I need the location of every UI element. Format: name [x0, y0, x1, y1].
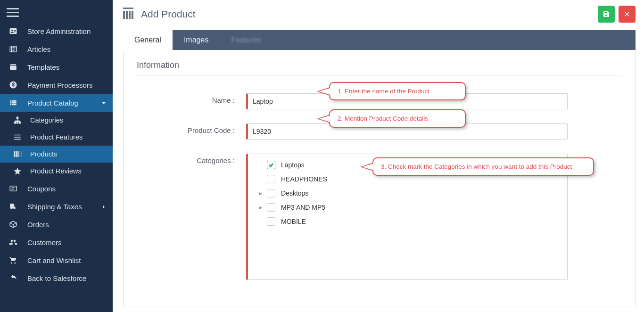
sidebar-item-label: Product Features — [30, 133, 83, 141]
sidebar: Store AdministrationArticlesTemplatesPay… — [0, 0, 113, 312]
category-checkbox[interactable] — [267, 189, 275, 197]
sidebar-item-label: Categories — [30, 116, 63, 124]
category-checkbox[interactable] — [267, 203, 275, 212]
sidebar-item-orders[interactable]: Orders — [0, 215, 113, 233]
category-label: MOBILE — [281, 218, 306, 225]
sidebar-item-label: Store Administration — [27, 27, 91, 35]
sidebar-item-label: Product Catalog — [27, 99, 78, 107]
page-header: Add Product — [123, 6, 636, 23]
categories-label: Categories : — [137, 154, 246, 164]
category-item: HEADPHONES — [257, 175, 561, 183]
category-item: ▸MP3 AND MP5 — [257, 203, 561, 212]
sidebar-item-back-to-salesforce[interactable]: Back to Salesforce — [0, 269, 113, 287]
name-label: Name : — [137, 93, 246, 104]
expand-toggle[interactable]: ▸ — [257, 190, 264, 197]
main-content: Add Product GeneralImagesFeatures Inform… — [113, 0, 644, 312]
back-arrow-icon — [8, 273, 18, 283]
cart-icon — [8, 255, 18, 265]
sidebar-item-label: Product Reviews — [30, 167, 82, 175]
users-icon — [8, 238, 18, 247]
hamburger-menu[interactable] — [0, 0, 113, 22]
archive-icon — [8, 62, 18, 72]
tab-images[interactable]: Images — [173, 30, 220, 50]
sidebar-item-customers[interactable]: Customers — [0, 233, 113, 251]
sidebar-item-product-reviews[interactable]: Product Reviews — [0, 163, 113, 180]
category-checkbox[interactable] — [267, 175, 275, 183]
star-icon — [13, 167, 22, 175]
sidebar-item-categories[interactable]: Categories — [0, 112, 113, 129]
sidebar-item-shipping-taxes[interactable]: Shipping & Taxes — [0, 197, 113, 215]
list-lines-icon — [13, 133, 22, 141]
sidebar-item-label: Customers — [27, 238, 62, 246]
category-label: MP3 AND MP5 — [281, 204, 325, 211]
category-checkbox[interactable] — [267, 217, 275, 226]
sidebar-item-label: Shipping & Taxes — [27, 203, 82, 211]
money-icon — [8, 80, 18, 90]
callout-2: 2. Mention Product Code details — [329, 109, 466, 128]
code-label: Product Code : — [137, 123, 246, 134]
sidebar-item-coupons[interactable]: Coupons — [0, 180, 113, 197]
sidebar-item-product-features[interactable]: Product Features — [0, 129, 113, 146]
category-item: MOBILE — [257, 217, 561, 226]
catalog-icon — [8, 98, 18, 107]
callout-3-text: 3. Check mark the Categories in which yo… — [381, 163, 572, 170]
newspaper-icon — [8, 44, 18, 54]
sidebar-item-products[interactable]: Products — [0, 146, 113, 163]
close-button[interactable] — [619, 6, 636, 23]
section-title: Information — [137, 60, 622, 75]
ticket-icon — [8, 184, 18, 193]
category-label: Laptops — [281, 161, 305, 169]
chevron-right-icon — [101, 203, 106, 211]
sidebar-item-templates[interactable]: Templates — [0, 58, 113, 76]
barcode-icon — [123, 9, 136, 19]
tab-strip: GeneralImagesFeatures — [123, 30, 636, 50]
sitemap-icon — [13, 116, 22, 124]
sidebar-item-label: Products — [30, 150, 57, 158]
category-label: Desktops — [281, 189, 308, 197]
barcode-icon — [13, 150, 22, 158]
sidebar-item-label: Templates — [27, 63, 59, 71]
chevron-down-icon — [101, 99, 106, 107]
page-title: Add Product — [141, 8, 196, 20]
tab-features[interactable]: Features — [220, 30, 272, 50]
form-content: Information Name : Product Code : Catego… — [123, 50, 636, 306]
sidebar-item-label: Cart and Wishlist — [27, 256, 81, 264]
sidebar-item-label: Articles — [27, 45, 50, 53]
callout-1-text: 1. Enter the name of the Product — [338, 88, 429, 95]
category-checkbox[interactable] — [267, 161, 275, 169]
tab-general[interactable]: General — [123, 30, 173, 50]
save-button[interactable] — [598, 6, 615, 23]
sidebar-item-label: Back to Salesforce — [27, 274, 86, 282]
callout-2-text: 2. Mention Product Code details — [338, 115, 428, 122]
sidebar-item-product-catalog[interactable]: Product Catalog — [0, 94, 113, 112]
header-actions — [598, 6, 636, 23]
sidebar-item-label: Payment Processors — [27, 81, 92, 89]
sidebar-item-payment-processors[interactable]: Payment Processors — [0, 76, 113, 94]
sidebar-item-articles[interactable]: Articles — [0, 40, 113, 58]
nav-list: Store AdministrationArticlesTemplatesPay… — [0, 22, 113, 287]
category-item: ▸Desktops — [257, 189, 561, 197]
sidebar-item-store-administration[interactable]: Store Administration — [0, 22, 113, 40]
category-label: HEADPHONES — [281, 175, 327, 183]
truck-icon — [8, 202, 18, 211]
callout-1: 1. Enter the name of the Product — [329, 82, 466, 100]
sidebar-item-label: Orders — [27, 221, 49, 229]
expand-toggle[interactable]: ▸ — [257, 204, 264, 211]
box-icon — [8, 220, 18, 229]
callout-3: 3. Check mark the Categories in which yo… — [372, 157, 594, 176]
sidebar-item-cart-and-wishlist[interactable]: Cart and Wishlist — [0, 251, 113, 269]
sidebar-item-label: Coupons — [27, 185, 56, 193]
id-card-icon — [8, 26, 18, 36]
